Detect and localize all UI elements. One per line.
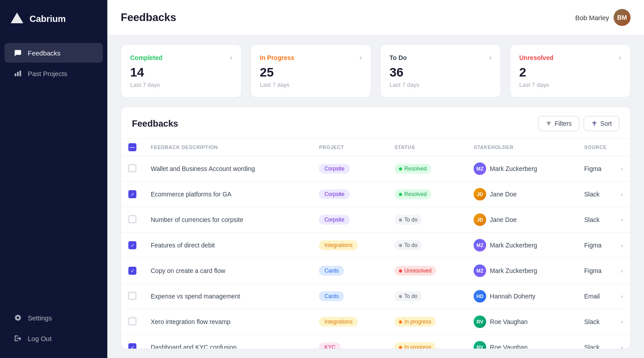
sidebar-item-settings[interactable]: Settings [4, 308, 103, 328]
table-container: — FEEDBACK DESCRIPTION PROJECT STATUS ST… [121, 139, 630, 349]
source-cell: Slack› [584, 318, 623, 325]
row-chevron-right-icon[interactable]: › [621, 191, 623, 198]
filters-button[interactable]: Filters [538, 116, 579, 131]
col-source: SOURCE [577, 139, 630, 156]
project-badge: Corpsite [319, 164, 350, 174]
status-dot [399, 295, 402, 298]
row-description: Expense vs spend management [144, 284, 312, 309]
row-chevron-right-icon[interactable]: › [621, 165, 623, 172]
chart-icon [13, 69, 22, 78]
user-name: Bob Marley [575, 14, 609, 21]
stakeholder-avatar: MZ [474, 239, 486, 251]
app-name: Cabrium [30, 14, 66, 24]
source-cell: Slack› [584, 191, 623, 198]
stat-card-in-progress[interactable]: In Progress › 25 Last 7 days [250, 44, 371, 98]
stat-period-in-progress: Last 7 days [260, 81, 362, 88]
row-checkbox-5[interactable]: ✓ [128, 267, 136, 275]
table-title: Feedbacks [132, 119, 178, 129]
stakeholder-avatar: MZ [474, 264, 486, 277]
stat-card-to-do[interactable]: To Do › 36 Last 7 days [380, 44, 501, 98]
avatar: BM [614, 9, 631, 26]
stat-count-to-do: 36 [390, 65, 491, 80]
row-chevron-right-icon[interactable]: › [621, 318, 623, 325]
source-name: Figma [584, 267, 602, 274]
sidebar-item-past-projects[interactable]: Past Projects [4, 64, 103, 83]
stat-card-unresolved[interactable]: Unresolved › 2 Last 7 days [510, 44, 631, 98]
row-chevron-right-icon[interactable]: › [621, 267, 623, 274]
stat-period-to-do: Last 7 days [390, 81, 491, 88]
row-checkbox-7[interactable] [128, 317, 136, 325]
stat-label-in-progress: In Progress [260, 54, 294, 61]
sidebar: Cabrium Feedbacks Past Projects [0, 0, 107, 358]
sidebar-item-past-projects-label: Past Projects [28, 70, 67, 77]
row-checkbox-4[interactable]: ✓ [128, 241, 136, 249]
user-info: Bob Marley BM [575, 9, 631, 26]
logo: Cabrium [0, 0, 107, 38]
stakeholder-avatar: HD [474, 290, 486, 303]
row-checkbox-2[interactable]: ✓ [128, 190, 136, 198]
status-badge: To do [394, 291, 422, 301]
row-checkbox-8[interactable]: ✓ [128, 343, 136, 349]
stakeholder-avatar: RV [474, 341, 486, 349]
chevron-right-icon-unresolved: › [619, 54, 621, 62]
status-dot [399, 269, 402, 273]
status-badge: Resolved [394, 189, 431, 199]
source-cell: Slack› [584, 216, 623, 223]
stakeholder-name: Roe Vaughan [490, 344, 528, 349]
stakeholder-name: Mark Zuckerberg [490, 242, 537, 249]
feedbacks-table-section: Feedbacks Filters Sort [121, 107, 631, 349]
stakeholder-cell: JDJane Doe [474, 188, 570, 200]
row-chevron-right-icon[interactable]: › [621, 242, 623, 249]
col-checkbox: — [121, 139, 144, 156]
table-actions: Filters Sort [538, 116, 619, 131]
row-description: Features of direct debit [144, 233, 312, 258]
sort-icon [591, 120, 597, 127]
status-badge: Resolved [394, 164, 431, 174]
stat-label-unresolved: Unresolved [519, 54, 553, 61]
source-name: Slack [584, 318, 599, 325]
select-all-checkbox[interactable]: — [128, 143, 136, 151]
stat-label-completed: Completed [130, 54, 162, 61]
source-name: Email [584, 293, 600, 300]
sidebar-item-feedbacks[interactable]: Feedbacks [4, 43, 103, 63]
table-row: Xero integration flow revampIntegrations… [121, 309, 630, 335]
stakeholder-name: Jane Doe [490, 191, 517, 198]
sidebar-nav: Feedbacks Past Projects [0, 38, 107, 303]
chevron-right-icon-completed: › [230, 54, 232, 62]
stakeholder-name: Mark Zuckerberg [490, 267, 537, 274]
row-chevron-right-icon[interactable]: › [621, 216, 623, 223]
project-badge: Corpsite [319, 189, 350, 199]
table-row: Number of currencies for corpsiteCorpsit… [121, 207, 630, 233]
project-badge: Integrations [319, 240, 358, 250]
logo-icon [9, 11, 25, 27]
row-checkbox-3[interactable] [128, 215, 136, 223]
row-chevron-right-icon[interactable]: › [621, 293, 623, 300]
sidebar-item-logout[interactable]: Log Out [4, 328, 103, 348]
source-name: Slack [584, 216, 599, 223]
settings-icon [13, 313, 22, 322]
stakeholder-avatar: MZ [474, 162, 486, 175]
stakeholder-cell: JDJane Doe [474, 213, 570, 226]
status-dot [399, 167, 402, 170]
stakeholder-avatar: JD [474, 188, 486, 200]
row-checkbox-1[interactable] [128, 164, 136, 172]
stakeholder-name: Jane Doe [490, 216, 517, 223]
table-row: ✓Dashboard and KYC confusionKYCIn progre… [121, 335, 630, 349]
table-header: Feedbacks Filters Sort [121, 107, 630, 139]
stats-row: Completed › 14 Last 7 days In Progress ›… [107, 35, 644, 107]
status-dot [399, 346, 402, 349]
feedbacks-table: — FEEDBACK DESCRIPTION PROJECT STATUS ST… [121, 139, 630, 349]
main-content: Feedbacks Bob Marley BM Completed › 14 L… [107, 0, 644, 358]
sort-button[interactable]: Sort [584, 116, 619, 131]
stakeholder-cell: MZMark Zuckerberg [474, 162, 570, 175]
row-chevron-right-icon[interactable]: › [621, 344, 623, 349]
col-description: FEEDBACK DESCRIPTION [144, 139, 312, 156]
status-dot [399, 244, 402, 247]
filters-label: Filters [555, 120, 572, 127]
status-badge: To do [394, 215, 422, 225]
row-checkbox-6[interactable] [128, 292, 136, 300]
source-name: Figma [584, 165, 602, 172]
stat-card-completed[interactable]: Completed › 14 Last 7 days [121, 44, 242, 98]
col-status: STATUS [387, 139, 466, 156]
sidebar-bottom: Settings Log Out [0, 303, 107, 358]
